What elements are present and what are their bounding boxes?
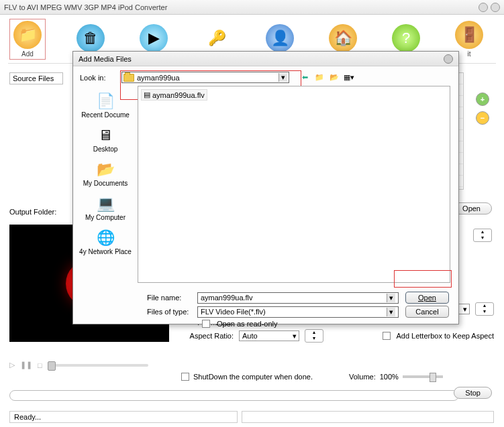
help-button[interactable]: ? [388, 24, 424, 54]
file-item[interactable]: ▤ ayman999ua.flv [141, 89, 207, 101]
progress-bar [9, 390, 459, 401]
lookin-label: Look in: [80, 74, 117, 82]
output-folder-label: Output Folder: [9, 208, 56, 216]
status-bar-2 [242, 411, 494, 423]
filetype-select[interactable]: FLV Video File(*.flv)▾ [197, 306, 399, 318]
stop-control-icon[interactable]: □ [38, 361, 42, 369]
recent-icon: 📄 [94, 91, 117, 111]
exit-icon: 🚪 [455, 21, 483, 49]
readonly-checkbox[interactable] [202, 320, 210, 328]
shutdown-checkbox[interactable] [181, 373, 189, 381]
window-titlebar: FLV to AVI MPEG WMV 3GP MP4 iPod Convert… [0, 0, 504, 15]
remove-item-button[interactable]: − [476, 111, 489, 125]
add-button[interactable]: 📁 Add [9, 19, 46, 60]
volume-value: 100% [380, 373, 399, 381]
desktop-icon: 🖥 [94, 125, 117, 145]
volume-slider[interactable] [403, 375, 443, 378]
dialog-close-icon[interactable] [444, 54, 453, 64]
user-button[interactable]: 👤 [262, 24, 298, 54]
add-item-button[interactable]: + [476, 93, 489, 106]
dialog-open-button[interactable]: Open [405, 292, 449, 304]
place-recent[interactable]: 📄Recent Docume [75, 88, 136, 121]
place-desktop[interactable]: 🖥Desktop [75, 123, 136, 156]
window-title: FLV to AVI MPEG WMV 3GP MP4 iPod Convert… [4, 3, 476, 11]
up-icon[interactable]: 📁 [313, 73, 325, 82]
computer-icon: 💻 [94, 194, 117, 214]
mydocs-icon: 📂 [94, 160, 117, 180]
aspect-label: Aspect Ratio: [181, 332, 234, 340]
keys-button[interactable]: 🔑 [199, 24, 235, 54]
places-bar: 📄Recent Docume 🖥Desktop 📂My Documents 💻M… [73, 86, 138, 287]
place-mycomputer[interactable]: 💻My Computer [75, 191, 136, 224]
pause-control-icon[interactable]: ❚❚ [20, 361, 32, 369]
chevron-down-icon: ▾ [387, 294, 395, 302]
view-menu-icon[interactable]: ▦▾ [343, 73, 355, 82]
shutdown-label: ShutDown the computer when done. [193, 373, 313, 381]
volume-label: Volume: [349, 373, 376, 381]
chevron-down-icon: ▾ [279, 73, 287, 82]
stop-button[interactable]: Stop [454, 387, 492, 399]
add-label: Add [21, 50, 34, 58]
keys-icon: 🔑 [203, 24, 231, 52]
play-icon: ▶ [140, 24, 168, 52]
source-files-label: Source Files [9, 72, 63, 84]
status-bar: Ready... [9, 411, 238, 423]
dialog-title: Add Media Files [79, 55, 444, 63]
play-button[interactable]: ▶ [136, 24, 172, 54]
home-button[interactable]: 🏠 [325, 24, 361, 54]
user-icon: 👤 [266, 24, 294, 52]
filetype-label: Files of type: [147, 308, 191, 316]
playback-controls: ▷ ❚❚ □ [9, 361, 148, 369]
play-control-icon[interactable]: ▷ [9, 361, 15, 369]
network-icon: 🌐 [94, 228, 117, 248]
filename-label: File name: [147, 294, 191, 302]
file-list[interactable]: ▤ ayman999ua.flv [138, 86, 450, 283]
seek-slider[interactable] [48, 364, 148, 367]
place-mydocs[interactable]: 📂My Documents [75, 157, 136, 190]
side-buttons: + − [476, 93, 492, 130]
lookin-value: ayman999ua [137, 74, 180, 82]
trash-icon: 🗑 [77, 24, 105, 52]
filename-input[interactable]: ayman999ua.flv▾ [197, 292, 399, 304]
nav-icons: ⬅ 📁 📂 ▦▾ [299, 73, 355, 82]
letterbox-label: Add Letterbox to Keep Aspect [396, 332, 494, 340]
clear-button[interactable]: 🗑 [72, 24, 109, 54]
file-item-label: ayman999ua.flv [152, 91, 205, 99]
add-folder-icon: 📁 [13, 21, 42, 49]
chevron-down-icon: ▾ [387, 308, 395, 316]
home-icon: 🏠 [329, 24, 357, 52]
lookin-combo[interactable]: ayman999ua ▾ [121, 72, 289, 83]
readonly-label: Open as read-only [217, 320, 278, 328]
add-media-dialog: Add Media Files Look in: ayman999ua ▾ ⬅ … [72, 51, 459, 324]
file-icon: ▤ [144, 90, 150, 99]
dialog-cancel-button[interactable]: Cancel [405, 306, 449, 318]
help-icon: ? [392, 24, 420, 52]
folder-icon [123, 74, 134, 82]
place-network[interactable]: 🌐4y Network Place [75, 225, 136, 258]
letterbox-checkbox[interactable] [383, 332, 391, 340]
stepper-2[interactable]: ▴▾ [475, 302, 494, 316]
close-icon[interactable] [491, 3, 500, 12]
new-folder-icon[interactable]: 📂 [328, 73, 340, 82]
dialog-titlebar: Add Media Files [73, 52, 458, 66]
minimize-icon[interactable] [478, 3, 488, 12]
back-icon[interactable]: ⬅ [299, 73, 311, 82]
